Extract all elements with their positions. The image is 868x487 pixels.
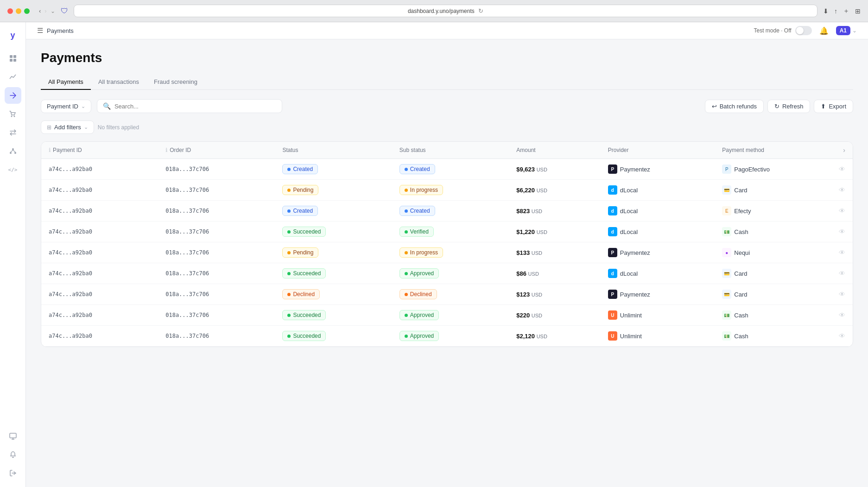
browser-actions: ⬇ ↑ ＋ ⊞	[823, 7, 861, 15]
refresh-label: Refresh	[782, 103, 804, 110]
grid-icon[interactable]: ⊞	[855, 7, 861, 15]
nav-dropdown-icon[interactable]: ⌄	[51, 8, 55, 14]
nav-forward-icon[interactable]: ›	[44, 7, 46, 14]
payment-id-filter[interactable]: Payment ID ⌄	[41, 100, 91, 113]
eye-icon[interactable]: 👁	[839, 186, 845, 194]
cell-status: Succeeded	[275, 221, 392, 242]
refresh-icon: ↻	[774, 103, 779, 110]
cell-order-id: 018a...37c706	[158, 201, 275, 221]
cell-payment-method: 💳 Card 👁	[715, 284, 853, 305]
cell-status: Pending	[275, 242, 392, 263]
sidebar: y </>	[0, 22, 26, 487]
col-sub-status[interactable]: Sub status	[392, 142, 509, 159]
svg-point-4	[11, 116, 12, 117]
col-amount[interactable]: Amount	[509, 142, 601, 159]
batch-refunds-label: Batch refunds	[720, 103, 757, 110]
nav-back-icon[interactable]: ‹	[39, 7, 41, 14]
filter-icon: ⊞	[47, 124, 51, 131]
cell-provider: P Paymentez	[601, 242, 715, 263]
table-row[interactable]: a74c...a92ba0 018a...37c706 Succeeded Ap…	[41, 326, 853, 347]
provider-name: Unlimint	[620, 312, 642, 319]
sidebar-item-code[interactable]: </>	[5, 161, 21, 178]
provider-icon: P	[608, 248, 617, 257]
cell-payment-id: a74c...a92ba0	[41, 242, 158, 263]
sidebar-item-logout[interactable]	[5, 465, 21, 481]
minimize-button[interactable]	[16, 8, 21, 14]
col-payment-method[interactable]: Payment method ›	[715, 142, 853, 159]
user-dropdown-icon[interactable]: ⌄	[852, 27, 857, 34]
add-filters-button[interactable]: ⊞ Add filters ⌄	[41, 120, 94, 134]
search-input[interactable]	[114, 103, 276, 110]
cell-amount: $9,623 USD	[509, 159, 601, 180]
test-mode-switch[interactable]	[795, 26, 812, 35]
search-bar: 🔍	[97, 99, 282, 113]
method-name: Cash	[734, 312, 748, 319]
share-icon[interactable]: ↑	[834, 7, 837, 15]
menu-icon[interactable]: ☰	[37, 26, 43, 35]
eye-icon[interactable]: 👁	[839, 249, 845, 256]
table-row[interactable]: a74c...a92ba0 018a...37c706 Succeeded Ve…	[41, 221, 853, 242]
export-button[interactable]: ⬆ Export	[814, 100, 853, 113]
close-button[interactable]	[7, 8, 13, 14]
sidebar-item-payments[interactable]	[5, 87, 21, 104]
eye-icon[interactable]: 👁	[839, 165, 845, 173]
tab-all-transactions[interactable]: All transactions	[91, 75, 146, 90]
batch-refunds-button[interactable]: ↩ Batch refunds	[705, 100, 764, 113]
sidebar-item-notifications[interactable]	[5, 446, 21, 463]
table-row[interactable]: a74c...a92ba0 018a...37c706 Created Crea…	[41, 159, 853, 180]
eye-icon[interactable]: 👁	[839, 332, 845, 340]
traffic-lights	[7, 8, 30, 14]
refresh-button[interactable]: ↻ Refresh	[767, 100, 811, 113]
cell-payment-id: a74c...a92ba0	[41, 221, 158, 242]
address-bar[interactable]: dashboard.y.uno/payments ↻	[74, 5, 817, 17]
col-payment-id[interactable]: ℹ Payment ID	[41, 142, 158, 159]
cell-sub-status: Declined	[392, 284, 509, 305]
table-row[interactable]: a74c...a92ba0 018a...37c706 Pending In p…	[41, 242, 853, 263]
eye-icon[interactable]: 👁	[839, 311, 845, 319]
maximize-button[interactable]	[24, 8, 30, 14]
notification-icon[interactable]: 🔔	[819, 26, 829, 35]
download-icon[interactable]: ⬇	[823, 7, 829, 15]
user-menu[interactable]: A1 ⌄	[836, 26, 857, 35]
eye-icon[interactable]: 👁	[839, 228, 845, 235]
table-row[interactable]: a74c...a92ba0 018a...37c706 Succeeded Ap…	[41, 263, 853, 284]
sidebar-item-analytics[interactable]	[5, 69, 21, 85]
table-row[interactable]: a74c...a92ba0 018a...37c706 Declined Dec…	[41, 284, 853, 305]
sidebar-item-dashboard[interactable]	[5, 50, 21, 67]
provider-icon: U	[608, 331, 617, 341]
user-badge[interactable]: A1	[836, 26, 850, 35]
cell-provider: d dLocal	[601, 201, 715, 221]
svg-line-9	[11, 150, 13, 152]
new-tab-icon[interactable]: ＋	[843, 7, 849, 15]
export-label: Export	[829, 103, 846, 110]
eye-icon[interactable]: 👁	[839, 291, 845, 298]
table-row[interactable]: a74c...a92ba0 018a...37c706 Pending In p…	[41, 180, 853, 201]
table-row[interactable]: a74c...a92ba0 018a...37c706 Created Crea…	[41, 201, 853, 221]
cell-sub-status: Approved	[392, 305, 509, 326]
cell-sub-status: Approved	[392, 263, 509, 284]
col-expand-icon[interactable]: ›	[843, 146, 845, 154]
refresh-icon[interactable]: ↻	[478, 7, 483, 14]
cell-amount: $1,220 USD	[509, 221, 601, 242]
eye-icon[interactable]: 👁	[839, 270, 845, 277]
col-order-id[interactable]: ℹ Order ID	[158, 142, 275, 159]
tab-all-payments[interactable]: All Payments	[41, 75, 91, 90]
payments-table: ℹ Payment ID ℹ Order ID	[41, 141, 853, 347]
cell-status: Created	[275, 159, 392, 180]
col-provider[interactable]: Provider	[601, 142, 715, 159]
tab-fraud-screening[interactable]: Fraud screening	[146, 75, 205, 90]
cell-status: Succeeded	[275, 326, 392, 347]
cell-order-id: 018a...37c706	[158, 159, 275, 180]
sidebar-item-exchange[interactable]	[5, 124, 21, 141]
provider-name: dLocal	[620, 228, 638, 235]
svg-point-8	[14, 152, 16, 154]
sidebar-item-presentation[interactable]	[5, 428, 21, 444]
sidebar-item-products[interactable]	[5, 106, 21, 122]
table-row[interactable]: a74c...a92ba0 018a...37c706 Succeeded Ap…	[41, 305, 853, 326]
provider-name: dLocal	[620, 208, 638, 215]
col-status[interactable]: Status	[275, 142, 392, 159]
sidebar-item-nodes[interactable]	[5, 143, 21, 159]
main-content: ☰ Payments Test mode · Off 🔔 A1 ⌄ Paymen…	[26, 22, 868, 487]
eye-icon[interactable]: 👁	[839, 207, 845, 215]
cell-payment-id: a74c...a92ba0	[41, 159, 158, 180]
